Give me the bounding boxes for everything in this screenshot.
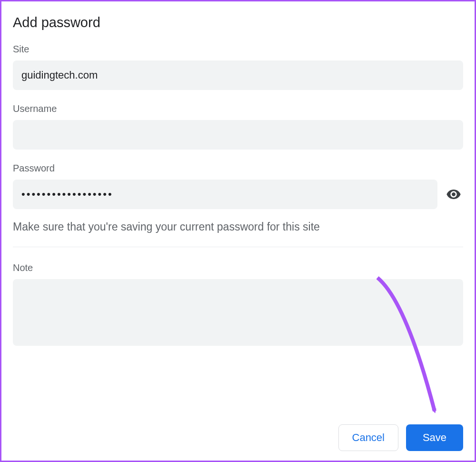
username-input[interactable]: [13, 120, 463, 150]
site-field-group: Site: [13, 44, 463, 90]
password-input-wrap: [13, 180, 437, 209]
note-label: Note: [13, 262, 463, 273]
save-button[interactable]: Save: [406, 424, 463, 451]
password-field-group: Password Make sure that you're saving yo…: [13, 163, 463, 233]
eye-icon: [446, 187, 461, 202]
username-field-group: Username: [13, 103, 463, 150]
password-input[interactable]: [13, 180, 437, 209]
username-label: Username: [13, 103, 463, 114]
password-label: Password: [13, 163, 463, 174]
site-input[interactable]: [13, 60, 463, 90]
dialog-title: Add password: [13, 15, 463, 30]
section-divider: [13, 247, 463, 247]
site-label: Site: [13, 44, 463, 55]
show-password-button[interactable]: [444, 185, 463, 204]
dialog-actions: Cancel Save: [338, 424, 463, 451]
password-row: [13, 180, 463, 209]
note-field-group: Note: [13, 262, 463, 348]
note-textarea[interactable]: [13, 279, 463, 346]
password-helper-text: Make sure that you're saving your curren…: [13, 221, 463, 233]
cancel-button[interactable]: Cancel: [338, 424, 398, 451]
